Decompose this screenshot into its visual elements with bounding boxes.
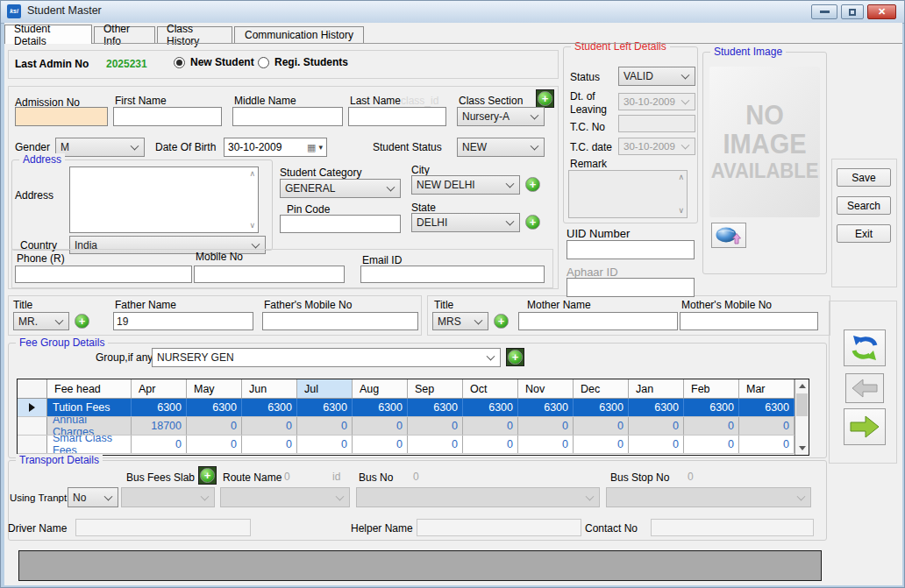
next-record-button[interactable] bbox=[844, 408, 886, 445]
fee-col-header-jan[interactable]: Jan bbox=[629, 379, 684, 398]
last-name-input[interactable] bbox=[348, 107, 446, 126]
fee-cell-2-jan[interactable]: 0 bbox=[629, 436, 684, 453]
fee-cell-1-jul[interactable]: 0 bbox=[297, 417, 353, 435]
fee-cell-2-jun[interactable]: 0 bbox=[242, 436, 297, 453]
fee-cell-0-aug[interactable]: 6300 bbox=[353, 399, 408, 416]
fee-cell-1-jan[interactable]: 0 bbox=[629, 417, 684, 435]
fee-cell-2-mar[interactable]: 0 bbox=[739, 436, 795, 453]
fee-cell-1-oct[interactable]: 0 bbox=[463, 417, 518, 435]
fee-col-header-aug[interactable]: Aug bbox=[353, 379, 408, 398]
city-select[interactable]: NEW DELHI bbox=[411, 175, 520, 195]
first-name-input[interactable] bbox=[113, 107, 222, 126]
row-selector[interactable] bbox=[18, 436, 47, 453]
fee-table-row-0[interactable]: Tution Fees63006300630063006300630063006… bbox=[18, 399, 795, 417]
mother-name-input[interactable] bbox=[518, 312, 678, 330]
fee-head-cell[interactable]: Smart Class Fees bbox=[47, 436, 132, 453]
dob-datepicker[interactable]: 30-10-2009▦▾ bbox=[224, 138, 327, 157]
fee-cell-2-aug[interactable]: 0 bbox=[353, 436, 408, 453]
fee-table-scrollbar[interactable] bbox=[795, 379, 809, 455]
address-textarea[interactable]: ∧ ∨ bbox=[69, 166, 259, 233]
scroll-down-icon[interactable]: ∨ bbox=[249, 222, 255, 230]
search-button[interactable]: Search bbox=[837, 196, 891, 215]
pin-code-input[interactable] bbox=[280, 215, 401, 233]
current-row-marker[interactable] bbox=[18, 399, 47, 416]
fee-col-header-dec[interactable]: Dec bbox=[574, 379, 629, 398]
fee-cell-0-feb[interactable]: 6300 bbox=[684, 399, 739, 416]
fee-cell-2-dec[interactable]: 0 bbox=[574, 436, 629, 453]
mother-mobile-input[interactable] bbox=[680, 312, 818, 330]
phone-input[interactable] bbox=[15, 266, 192, 283]
fee-cell-1-sep[interactable]: 0 bbox=[408, 417, 463, 435]
fee-col-header-apr[interactable]: Apr bbox=[132, 379, 187, 398]
leaving-date-select[interactable]: 30-10-2009 bbox=[618, 93, 695, 110]
fee-cell-2-may[interactable]: 0 bbox=[187, 436, 242, 453]
middle-name-input[interactable] bbox=[232, 107, 343, 126]
contact-no-input[interactable] bbox=[651, 519, 814, 536]
fee-cell-0-sep[interactable]: 6300 bbox=[408, 399, 463, 416]
tc-date-select[interactable]: 30-10-2009 bbox=[618, 138, 695, 155]
add-bus-fees-slab-button[interactable]: + bbox=[198, 466, 217, 485]
using-tranpt-select[interactable]: No bbox=[68, 487, 118, 507]
scroll-down-icon[interactable]: ∨ bbox=[678, 207, 684, 215]
fee-col-header-jul[interactable]: Jul bbox=[297, 379, 353, 398]
fee-cell-0-jan[interactable]: 6300 bbox=[629, 399, 684, 416]
refresh-button[interactable] bbox=[844, 329, 886, 366]
fee-col-header-may[interactable]: May bbox=[187, 379, 242, 398]
fee-cell-1-dec[interactable]: 0 bbox=[574, 417, 629, 435]
fee-cell-1-may[interactable]: 0 bbox=[187, 417, 242, 435]
fee-cell-1-mar[interactable]: 0 bbox=[739, 417, 795, 435]
tc-no-input[interactable] bbox=[618, 115, 695, 132]
maximize-button[interactable] bbox=[841, 4, 864, 19]
class-section-select[interactable]: Nursery-A bbox=[457, 107, 545, 126]
fee-col-header-feb[interactable]: Feb bbox=[684, 379, 739, 398]
save-button[interactable]: Save bbox=[837, 168, 891, 187]
tab-student-details[interactable]: Student Details bbox=[4, 25, 92, 44]
fee-cell-2-nov[interactable]: 0 bbox=[518, 436, 574, 453]
fee-col-header-mar[interactable]: Mar bbox=[739, 379, 795, 398]
fee-cell-0-jul[interactable]: 6300 bbox=[297, 399, 353, 416]
title-bar[interactable]: ksi Student Master ✕ bbox=[1, 1, 904, 24]
state-select[interactable]: DELHI bbox=[411, 213, 520, 232]
scrollbar-thumb[interactable] bbox=[796, 393, 808, 416]
row-selector-header[interactable] bbox=[18, 379, 47, 398]
fee-col-header-oct[interactable]: Oct bbox=[463, 379, 518, 398]
fee-head-cell[interactable]: Annual Charges bbox=[47, 417, 132, 435]
browse-image-button[interactable] bbox=[711, 223, 746, 248]
father-name-input[interactable] bbox=[113, 312, 253, 330]
fee-cell-2-oct[interactable]: 0 bbox=[463, 436, 518, 453]
add-father-title-button[interactable]: + bbox=[75, 314, 89, 329]
uid-number-input[interactable] bbox=[567, 240, 695, 259]
scroll-up-icon[interactable]: ∧ bbox=[249, 170, 255, 178]
fee-head-cell[interactable]: Tution Fees bbox=[47, 399, 132, 416]
exit-button[interactable]: Exit bbox=[837, 224, 891, 243]
admission-no-input[interactable] bbox=[15, 107, 108, 126]
bus-fees-slab-select[interactable] bbox=[121, 487, 215, 507]
fee-cell-2-jul[interactable]: 0 bbox=[297, 436, 353, 453]
fee-head-column-header[interactable]: Fee head bbox=[47, 379, 132, 398]
bus-stop-no-select[interactable] bbox=[606, 487, 811, 507]
route-name-select[interactable] bbox=[220, 487, 350, 507]
fee-cell-2-sep[interactable]: 0 bbox=[408, 436, 463, 453]
fee-cell-1-aug[interactable]: 0 bbox=[353, 417, 408, 435]
father-mobile-input[interactable] bbox=[262, 312, 418, 330]
radio-new-student[interactable]: New Student bbox=[174, 56, 254, 68]
previous-record-button[interactable] bbox=[845, 373, 884, 403]
add-mother-title-button[interactable]: + bbox=[494, 314, 509, 329]
tab-other-info[interactable]: Other Info bbox=[94, 26, 155, 43]
fee-cell-1-jun[interactable]: 0 bbox=[242, 417, 297, 435]
father-title-select[interactable]: MR. bbox=[13, 312, 69, 330]
fee-cell-0-jun[interactable]: 6300 bbox=[242, 399, 297, 416]
fee-table-row-1[interactable]: Annual Charges1870000000000000 bbox=[18, 417, 795, 436]
email-id-input[interactable] bbox=[360, 266, 545, 283]
gender-select[interactable]: M bbox=[55, 138, 145, 157]
student-status-select[interactable]: NEW bbox=[457, 138, 545, 157]
fee-cell-0-apr[interactable]: 6300 bbox=[132, 399, 187, 416]
driver-name-input[interactable] bbox=[75, 519, 251, 536]
bus-no-select[interactable] bbox=[356, 487, 600, 507]
fee-cell-2-feb[interactable]: 0 bbox=[684, 436, 739, 453]
aphaar-id-input[interactable] bbox=[567, 278, 695, 297]
fee-cell-1-nov[interactable]: 0 bbox=[518, 417, 574, 435]
add-city-button[interactable]: + bbox=[525, 177, 540, 192]
student-category-select[interactable]: GENERAL bbox=[280, 179, 401, 198]
mother-title-select[interactable]: MRS bbox=[432, 312, 488, 330]
